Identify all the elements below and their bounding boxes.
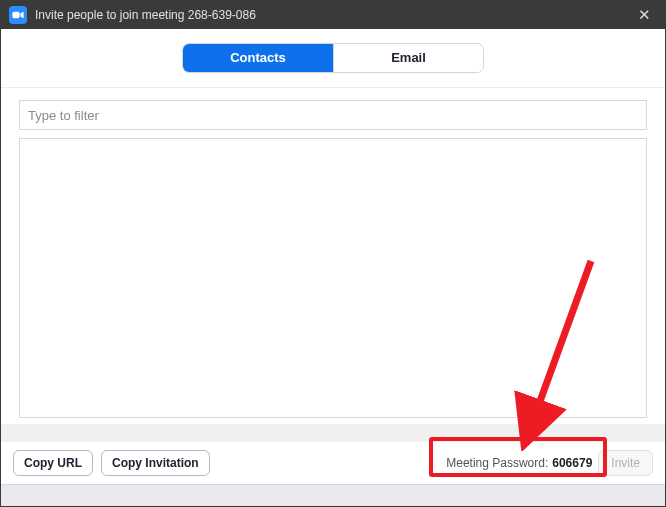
invite-button: Invite (598, 450, 653, 476)
window-title: Invite people to join meeting 268-639-08… (35, 8, 632, 22)
svg-rect-0 (12, 12, 19, 18)
meeting-password: Meeting Password: 606679 (446, 456, 592, 470)
copy-invitation-button[interactable]: Copy Invitation (101, 450, 210, 476)
zoom-app-icon (9, 6, 27, 24)
meeting-password-label: Meeting Password: (446, 456, 548, 470)
meeting-password-value: 606679 (552, 456, 592, 470)
tab-contacts[interactable]: Contacts (183, 44, 333, 72)
footer: Copy URL Copy Invitation Meeting Passwor… (1, 442, 665, 484)
content-area (1, 88, 665, 424)
tab-email[interactable]: Email (333, 44, 483, 72)
titlebar: Invite people to join meeting 268-639-08… (1, 1, 665, 29)
contacts-list[interactable] (19, 138, 647, 418)
copy-url-button[interactable]: Copy URL (13, 450, 93, 476)
filter-input[interactable] (19, 100, 647, 130)
bottom-strip (1, 484, 665, 506)
invite-tabs: Contacts Email (182, 43, 484, 73)
tabs-row: Contacts Email (1, 29, 665, 88)
close-icon[interactable]: ✕ (632, 6, 657, 24)
